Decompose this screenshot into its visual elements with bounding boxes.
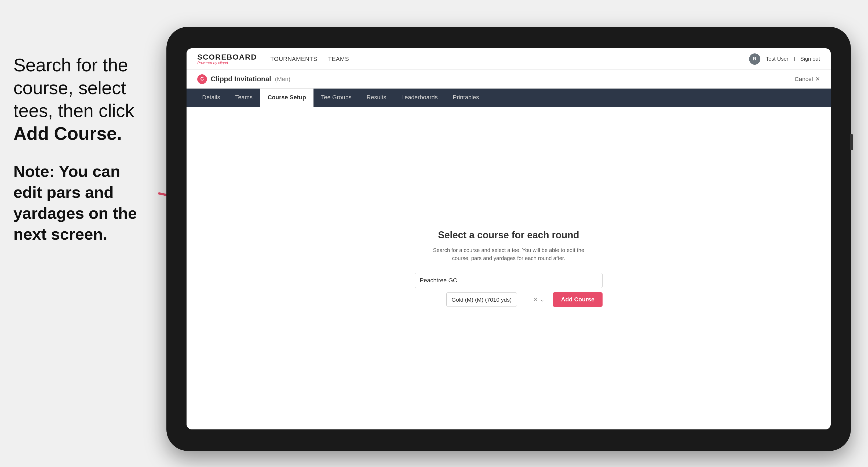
nav-links: TOURNAMENTS TEAMS [270, 56, 349, 63]
tournament-name: Clippd Invitational [211, 75, 271, 83]
course-card-title: Select a course for each round [415, 229, 602, 241]
tab-bar: Details Teams Course Setup Tee Groups Re… [187, 89, 831, 107]
tablet-frame: SCOREBOARD Powered by clippd TOURNAMENTS… [166, 27, 851, 451]
user-info: Test User [766, 56, 788, 62]
nav-left: SCOREBOARD Powered by clippd TOURNAMENTS… [197, 54, 349, 65]
tournament-title-row: C Clippd Invitational (Men) [197, 74, 290, 84]
tab-course-setup[interactable]: Course Setup [260, 89, 313, 107]
annotation-primary: Search for the course, select tees, then… [13, 54, 153, 145]
logo-sub: Powered by clippd [197, 61, 257, 65]
tab-leaderboards[interactable]: Leaderboards [394, 89, 445, 107]
tablet-screen: SCOREBOARD Powered by clippd TOURNAMENTS… [187, 48, 831, 429]
top-nav: SCOREBOARD Powered by clippd TOURNAMENTS… [187, 48, 831, 70]
cancel-icon: ✕ [815, 76, 820, 83]
cancel-button[interactable]: Cancel ✕ [795, 76, 820, 83]
tournament-header: C Clippd Invitational (Men) Cancel ✕ [187, 70, 831, 89]
tee-select-wrapper: Gold (M) (M) (7010 yds) ✕ [415, 292, 549, 307]
tournament-icon: C [197, 74, 207, 84]
select-clear-icon[interactable]: ✕ [533, 296, 538, 303]
nav-separator: | [794, 57, 795, 61]
logo-area: SCOREBOARD Powered by clippd [197, 54, 257, 65]
logo-title: SCOREBOARD [197, 54, 257, 61]
add-course-button[interactable]: Add Course [553, 292, 602, 307]
nav-teams[interactable]: TEAMS [328, 56, 349, 63]
annotation-secondary: Note: You can edit pars and yardages on … [13, 161, 153, 245]
tab-teams[interactable]: Teams [227, 89, 260, 107]
tab-tee-groups[interactable]: Tee Groups [313, 89, 359, 107]
annotation-bold: Add Course. [13, 123, 122, 144]
user-avatar: R [749, 54, 761, 65]
cancel-label: Cancel [795, 76, 813, 83]
tab-details[interactable]: Details [194, 89, 227, 107]
course-search-input[interactable] [415, 273, 602, 288]
tee-select[interactable]: Gold (M) (M) (7010 yds) [446, 292, 517, 307]
course-card-desc: Search for a course and select a tee. Yo… [415, 246, 602, 262]
sign-out-link[interactable]: Sign out [800, 56, 820, 62]
course-card: Select a course for each round Search fo… [415, 229, 602, 307]
tab-printables[interactable]: Printables [445, 89, 487, 107]
tab-results[interactable]: Results [359, 89, 394, 107]
tablet-power-button [850, 134, 853, 150]
annotation-area: Search for the course, select tees, then… [0, 43, 166, 255]
nav-tournaments[interactable]: TOURNAMENTS [270, 56, 317, 63]
tournament-type: (Men) [275, 76, 290, 83]
nav-right: R Test User | Sign out [749, 54, 820, 65]
main-content: Select a course for each round Search fo… [187, 107, 831, 429]
tee-select-row: Gold (M) (M) (7010 yds) ✕ Add Course [415, 292, 602, 307]
